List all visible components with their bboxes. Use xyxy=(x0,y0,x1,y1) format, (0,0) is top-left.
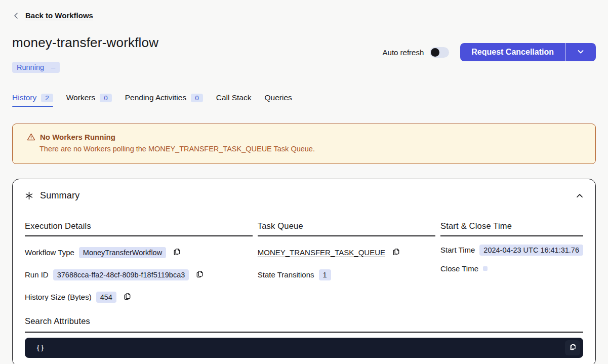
summary-card-header: Summary xyxy=(22,190,586,201)
start-time-row: Start Time 2024-04-23 UTC 16:41:31.76 xyxy=(440,244,583,256)
toggle-knob xyxy=(431,48,439,57)
warning-triangle-icon xyxy=(27,133,35,141)
state-transitions-value: 1 xyxy=(319,269,331,280)
copy-icon xyxy=(569,343,577,353)
search-attributes-code-block: {} xyxy=(25,338,583,358)
cancellation-menu-button[interactable] xyxy=(565,43,596,61)
close-time-empty-badge xyxy=(483,266,488,271)
history-size-row: History Size (Bytes) 454 xyxy=(25,291,253,303)
workflow-type-value: MoneyTransferWorkflow xyxy=(79,247,166,258)
summary-card: Summary Execution Details Workflow Type … xyxy=(12,179,596,364)
request-cancellation-split-button: Request Cancellation xyxy=(460,43,596,61)
execution-details-column: Execution Details Workflow Type MoneyTra… xyxy=(25,221,253,303)
tab-pending-activities[interactable]: Pending Activities 0 xyxy=(125,93,203,107)
workflow-type-row: Workflow Type MoneyTransferWorkflow xyxy=(25,246,253,259)
tab-queries[interactable]: Queries xyxy=(264,93,292,107)
task-queue-heading: Task Queue xyxy=(258,221,435,236)
banner-title: No Workers Running xyxy=(40,133,115,141)
workflow-detail-page: Back to Workflows money-transfer-workflo… xyxy=(0,0,608,364)
banner-title-row: No Workers Running xyxy=(27,133,585,141)
history-size-label: History Size (Bytes) xyxy=(25,293,92,301)
tab-call-stack[interactable]: Call Stack xyxy=(216,93,252,107)
close-time-row: Close Time xyxy=(440,262,583,275)
request-cancellation-button[interactable]: Request Cancellation xyxy=(460,43,565,61)
banner-message: There are no Workers polling the MONEY_T… xyxy=(39,145,585,153)
start-time-label: Start Time xyxy=(440,246,475,254)
tab-history[interactable]: History 2 xyxy=(12,93,53,107)
copy-icon xyxy=(172,247,182,258)
chevron-left-icon xyxy=(12,12,20,20)
status-dash: – xyxy=(51,63,55,71)
back-to-workflows-link[interactable]: Back to Workflows xyxy=(25,11,93,20)
tab-count-badge: 0 xyxy=(100,94,112,102)
tab-count-badge: 2 xyxy=(41,94,53,102)
copy-icon xyxy=(195,269,205,280)
history-size-value: 454 xyxy=(96,292,116,303)
copy-search-attributes-button[interactable] xyxy=(565,340,580,355)
copy-task-queue-button[interactable] xyxy=(391,247,401,258)
copy-run-id-button[interactable] xyxy=(195,269,205,280)
tab-label: Workers xyxy=(66,93,95,102)
close-time-label: Close Time xyxy=(440,264,478,273)
tab-label: Pending Activities xyxy=(125,93,187,102)
copy-icon xyxy=(123,292,132,303)
task-queue-link-row: MONEY_TRANSFER_TASK_QUEUE xyxy=(258,246,435,259)
workflow-type-label: Workflow Type xyxy=(25,248,74,257)
auto-refresh-toggle[interactable] xyxy=(430,47,449,58)
collapse-summary-button[interactable] xyxy=(575,191,584,202)
copy-history-size-button[interactable] xyxy=(123,292,132,303)
time-column: Start & Close Time Start Time 2024-04-23… xyxy=(440,221,583,303)
run-id-label: Run ID xyxy=(25,270,49,279)
summary-title: Summary xyxy=(40,190,79,201)
search-attributes-heading: Search Attributes xyxy=(25,316,583,333)
tab-label: History xyxy=(12,93,36,102)
status-label: Running xyxy=(17,63,44,71)
time-heading: Start & Close Time xyxy=(440,221,583,236)
copy-icon xyxy=(391,247,401,258)
tab-workers[interactable]: Workers 0 xyxy=(66,93,112,107)
copy-workflow-type-button[interactable] xyxy=(172,247,182,258)
run-id-row: Run ID 37688cca-ffa2-48cf-809b-f18f5119b… xyxy=(25,268,253,281)
state-transitions-label: State Transitions xyxy=(258,270,314,279)
execution-details-heading: Execution Details xyxy=(25,221,253,236)
start-time-value: 2024-04-23 UTC 16:41:31.76 xyxy=(479,245,583,256)
task-queue-column: Task Queue MONEY_TRANSFER_TASK_QUEUE xyxy=(258,221,435,303)
chevron-down-icon xyxy=(577,48,585,57)
asterisk-icon xyxy=(25,191,33,200)
tab-bar: History 2 Workers 0 Pending Activities 0… xyxy=(12,93,596,107)
tab-label: Call Stack xyxy=(216,93,252,102)
back-row: Back to Workflows xyxy=(12,0,596,20)
chevron-up-icon xyxy=(575,191,584,202)
code-text: {} xyxy=(36,344,565,352)
state-transitions-row: State Transitions 1 xyxy=(258,268,435,281)
task-queue-link[interactable]: MONEY_TRANSFER_TASK_QUEUE xyxy=(258,248,385,257)
run-id-value: 37688cca-ffa2-48cf-809b-f18f5119bca3 xyxy=(53,269,189,280)
summary-grid: Execution Details Workflow Type MoneyTra… xyxy=(25,221,583,303)
status-row: Running – xyxy=(12,62,596,73)
status-badge: Running – xyxy=(12,62,60,73)
tab-count-badge: 0 xyxy=(191,94,203,102)
no-workers-warning-banner: No Workers Running There are no Workers … xyxy=(12,124,596,164)
header-controls: Auto refresh Request Cancellation xyxy=(383,43,596,61)
tab-label: Queries xyxy=(264,93,292,102)
auto-refresh-label: Auto refresh xyxy=(383,48,424,57)
auto-refresh-control: Auto refresh xyxy=(383,47,450,58)
